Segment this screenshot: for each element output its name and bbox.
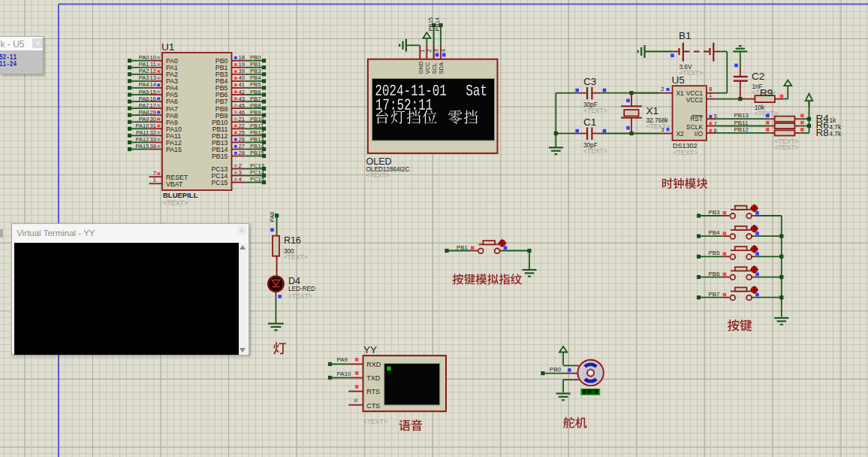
svg-text:43: 43 (239, 95, 245, 102)
svg-text:<TEXT>: <TEXT> (363, 418, 387, 425)
svg-text:VBAT: VBAT (166, 180, 183, 188)
svg-text:11: 11 (150, 61, 156, 68)
svg-text:PB4: PB4 (708, 229, 720, 236)
svg-text:13: 13 (150, 74, 156, 81)
svg-text:PB5: PB5 (708, 250, 720, 256)
svg-text:RXD: RXD (366, 361, 381, 368)
svg-text:LED-RED: LED-RED (288, 286, 315, 292)
svg-text:R16: R16 (284, 235, 301, 246)
svg-text:14: 14 (150, 81, 156, 88)
svg-text:PB15: PB15 (427, 17, 434, 32)
svg-text:X1: X1 (646, 105, 659, 117)
svg-text:YY: YY (363, 344, 377, 356)
svg-text:PC15: PC15 (211, 179, 228, 186)
svg-text:PB10: PB10 (250, 116, 264, 123)
svg-text:PA10: PA10 (337, 371, 352, 377)
svg-text:SCL: SCL (431, 63, 438, 74)
svg-text:29: 29 (150, 109, 156, 116)
svg-text:U1: U1 (161, 41, 174, 53)
svg-text:I/O: I/O (695, 130, 704, 138)
svg-text:PB11: PB11 (734, 120, 749, 126)
svg-text:17: 17 (150, 102, 156, 109)
svg-text:39: 39 (239, 68, 245, 74)
svg-text:3: 3 (239, 169, 242, 176)
svg-text:C1: C1 (583, 117, 596, 128)
svg-text:PB6: PB6 (708, 271, 720, 277)
svg-text:4.7k: 4.7k (830, 131, 842, 138)
svg-text:7: 7 (153, 170, 156, 177)
svg-text:7: 7 (714, 120, 717, 127)
svg-text:PB6: PB6 (250, 89, 261, 95)
svg-text:<TEXT>: <TEXT> (583, 107, 607, 114)
svg-text:30: 30 (150, 116, 156, 123)
svg-text:PB3: PB3 (250, 68, 261, 74)
svg-text:PB13: PB13 (250, 136, 264, 143)
svg-text:27: 27 (239, 143, 245, 150)
svg-text:10: 10 (150, 54, 156, 61)
svg-text:PB5: PB5 (250, 81, 261, 88)
svg-text:PB3: PB3 (708, 209, 720, 216)
svg-text:19: 19 (239, 61, 245, 68)
svg-text:CTS: CTS (366, 402, 380, 410)
svg-text:41: 41 (239, 81, 245, 88)
svg-text:PA9: PA9 (139, 116, 149, 123)
svg-text:TXD: TXD (366, 374, 381, 382)
svg-text:3: 3 (432, 49, 439, 52)
svg-text:1: 1 (709, 92, 712, 98)
svg-text:4.7k: 4.7k (830, 124, 842, 131)
svg-text:42: 42 (239, 89, 245, 95)
svg-text:PB1: PB1 (250, 61, 261, 68)
svg-text:38: 38 (150, 143, 156, 150)
svg-text:<TEXT>: <TEXT> (646, 123, 671, 130)
svg-text:C3: C3 (583, 76, 596, 87)
svg-text:PB14: PB14 (434, 17, 441, 32)
svg-text:<TEXT>: <TEXT> (673, 149, 698, 156)
svg-text:R9: R9 (760, 87, 773, 98)
svg-text:16: 16 (150, 95, 156, 102)
svg-text:<TEXT>: <TEXT> (366, 171, 390, 179)
svg-text:40: 40 (239, 74, 245, 81)
svg-text:RST: RST (690, 115, 703, 123)
svg-text:PB1: PB1 (457, 244, 469, 251)
svg-text:U5: U5 (672, 74, 685, 86)
svg-text:46: 46 (239, 109, 245, 116)
svg-text:PA7: PA7 (139, 102, 149, 109)
svg-text:PA15: PA15 (135, 143, 149, 150)
svg-text:PB7: PB7 (250, 95, 261, 102)
svg-text:PA2: PA2 (139, 68, 149, 74)
svg-text:1k: 1k (830, 117, 837, 124)
svg-text:VCC: VCC (424, 62, 431, 74)
svg-text:5: 5 (714, 113, 717, 120)
svg-text:PC13: PC13 (250, 162, 264, 169)
svg-text:22: 22 (239, 123, 245, 129)
svg-text:28: 28 (239, 150, 245, 156)
svg-text:45: 45 (239, 102, 245, 109)
svg-text:X1: X1 (677, 89, 685, 97)
svg-text:PB4: PB4 (250, 74, 261, 81)
svg-text:1: 1 (419, 49, 426, 52)
svg-text:OLED: OLED (366, 156, 392, 167)
svg-text:PB7: PB7 (708, 291, 720, 298)
svg-text:33: 33 (150, 136, 156, 143)
svg-text:PA3: PA3 (139, 74, 149, 81)
svg-text:21: 21 (239, 116, 245, 123)
svg-text:2: 2 (426, 49, 432, 52)
svg-text:PB9: PB9 (250, 109, 261, 116)
svg-text:BLUEPILL: BLUEPILL (163, 191, 198, 199)
svg-text:PA8: PA8 (139, 109, 149, 116)
svg-text:PA12: PA12 (135, 136, 149, 143)
svg-text:C2: C2 (752, 71, 764, 82)
svg-text:2: 2 (661, 86, 664, 92)
svg-text:1: 1 (153, 177, 156, 183)
svg-text:PB13: PB13 (734, 112, 749, 119)
svg-text:PB14: PB14 (250, 143, 264, 150)
svg-text:12: 12 (150, 68, 156, 74)
svg-text:PC14: PC14 (250, 169, 264, 176)
svg-text:PB15: PB15 (212, 153, 228, 160)
svg-text:PA10: PA10 (135, 123, 149, 129)
svg-text:4: 4 (440, 49, 447, 52)
svg-text:PA8: PA8 (269, 212, 276, 222)
svg-text:31: 31 (150, 123, 156, 129)
svg-text:PA11: PA11 (136, 129, 149, 136)
svg-text:6: 6 (714, 127, 717, 134)
